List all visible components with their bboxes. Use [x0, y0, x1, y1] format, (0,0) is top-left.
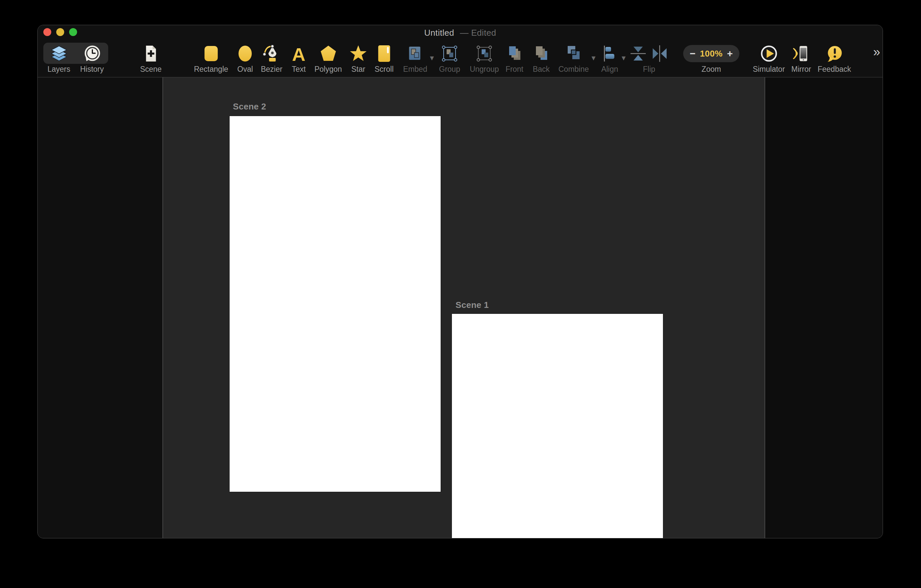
toolbar-item-mirror[interactable]: Mirror	[791, 43, 811, 73]
main-content: Scene 2 Scene 1	[38, 77, 883, 538]
desktop-background: Untitled — Edited Layers	[0, 0, 921, 588]
scroll-view-icon	[374, 43, 394, 64]
toolbar-label: Group	[439, 65, 460, 73]
toolbar-item-text[interactable]: A Text	[290, 43, 308, 73]
toolbar-item-simulator[interactable]: Simulator	[753, 43, 785, 73]
group-icon	[439, 43, 460, 64]
rectangle-shape-icon	[194, 43, 228, 64]
scene-1-label[interactable]: Scene 1	[456, 300, 489, 310]
toolbar-label: Simulator	[753, 65, 785, 73]
toolbar-label: Align	[600, 65, 619, 73]
new-scene-icon	[140, 43, 161, 64]
toolbar-label: Scene	[140, 65, 161, 73]
zoom-level-value: 100%	[700, 49, 723, 59]
titlebar-toolbar: Untitled — Edited Layers	[38, 25, 883, 77]
embed-icon: ▾	[403, 43, 428, 64]
flip-vertical-icon	[630, 44, 647, 63]
toolbar-label: Back	[532, 65, 550, 73]
toolbar-label: Front	[505, 65, 524, 73]
zoom-control: − 100% +	[683, 45, 739, 62]
toolbar-item-feedback[interactable]: Feedback	[817, 43, 851, 73]
toolbar-item-scroll[interactable]: Scroll	[374, 43, 394, 73]
zoom-out-button[interactable]: −	[690, 49, 696, 58]
align-icon: ▾	[600, 43, 619, 64]
feedback-bubble-icon	[817, 43, 851, 64]
edited-status: — Edited	[460, 28, 496, 38]
toolbar-label: Zoom	[683, 65, 739, 73]
toolbar-item-embed[interactable]: ▾ Embed	[403, 43, 428, 73]
toolbar-label: Star	[349, 65, 368, 73]
toolbar-label: Text	[290, 65, 308, 73]
inspector-panel[interactable]	[765, 77, 883, 538]
toolbar-label: Polygon	[314, 65, 342, 73]
oval-shape-icon	[236, 43, 254, 64]
combine-icon: ▾	[558, 43, 589, 64]
toolbar-item-flip[interactable]: Flip	[630, 43, 668, 73]
send-to-back-icon	[532, 43, 550, 64]
ungroup-icon	[470, 43, 499, 64]
toolbar-item-front[interactable]: Front	[505, 43, 524, 73]
bezier-pen-icon	[261, 43, 282, 64]
toolbar-item-layers[interactable]: Layers	[47, 43, 70, 73]
toolbar-label: Embed	[403, 65, 428, 73]
toolbar-label: Bezier	[261, 65, 282, 73]
toolbar-item-combine[interactable]: ▾ Combine	[558, 43, 589, 73]
toolbar-item-rectangle[interactable]: Rectangle	[194, 43, 228, 73]
mirror-device-icon	[791, 43, 811, 64]
text-tool-icon: A	[290, 43, 308, 64]
toolbar-label: Layers	[47, 65, 70, 73]
toolbar-item-scene[interactable]: Scene	[140, 43, 161, 73]
toolbar-overflow-button[interactable]: »	[873, 45, 879, 59]
toolbar-label: Combine	[558, 65, 589, 73]
toolbar-item-ungroup[interactable]: Ungroup	[470, 43, 499, 73]
scene-2-artboard[interactable]	[229, 116, 441, 492]
toolbar-item-oval[interactable]: Oval	[236, 43, 254, 73]
toolbar-item-history[interactable]: History	[80, 43, 104, 73]
layers-icon	[47, 43, 70, 64]
bring-to-front-icon	[505, 43, 524, 64]
document-title: Untitled	[424, 28, 454, 38]
toolbar-label: History	[80, 65, 104, 73]
app-window: Untitled — Edited Layers	[37, 25, 883, 538]
toolbar-label: Ungroup	[470, 65, 499, 73]
flip-icons	[630, 43, 668, 64]
history-clock-icon	[80, 43, 104, 64]
toolbar-label: Mirror	[791, 65, 811, 73]
toolbar-label: Scroll	[374, 65, 394, 73]
scene-2-label[interactable]: Scene 2	[233, 102, 266, 112]
svg-text:A: A	[292, 44, 305, 63]
combine-dropdown-icon[interactable]: ▾	[592, 54, 596, 62]
toolbar-item-align[interactable]: ▾ Align	[600, 43, 619, 73]
align-dropdown-icon[interactable]: ▾	[622, 54, 626, 62]
toolbar-label: Flip	[630, 65, 668, 73]
canvas-area[interactable]: Scene 2 Scene 1	[163, 77, 765, 538]
toolbar-item-polygon[interactable]: Polygon	[314, 43, 342, 73]
toolbar-item-back[interactable]: Back	[532, 43, 550, 73]
star-shape-icon	[349, 43, 368, 64]
zoom-in-button[interactable]: +	[727, 49, 733, 58]
toolbar-item-star[interactable]: Star	[349, 43, 368, 73]
simulator-play-icon	[753, 43, 785, 64]
toolbar-item-bezier[interactable]: Bezier	[261, 43, 282, 73]
toolbar-label: Rectangle	[194, 65, 228, 73]
toolbar-item-group[interactable]: Group	[439, 43, 460, 73]
flip-horizontal-icon	[651, 44, 668, 63]
window-title: Untitled — Edited	[38, 28, 883, 38]
toolbar-label: Feedback	[817, 65, 851, 73]
embed-dropdown-icon[interactable]: ▾	[430, 54, 434, 62]
scene-1-artboard[interactable]	[452, 314, 663, 538]
polygon-shape-icon	[314, 43, 342, 64]
layers-panel[interactable]	[38, 77, 163, 538]
toolbar-label: Oval	[236, 65, 254, 73]
toolbar-item-zoom: − 100% + Zoom	[683, 43, 739, 73]
